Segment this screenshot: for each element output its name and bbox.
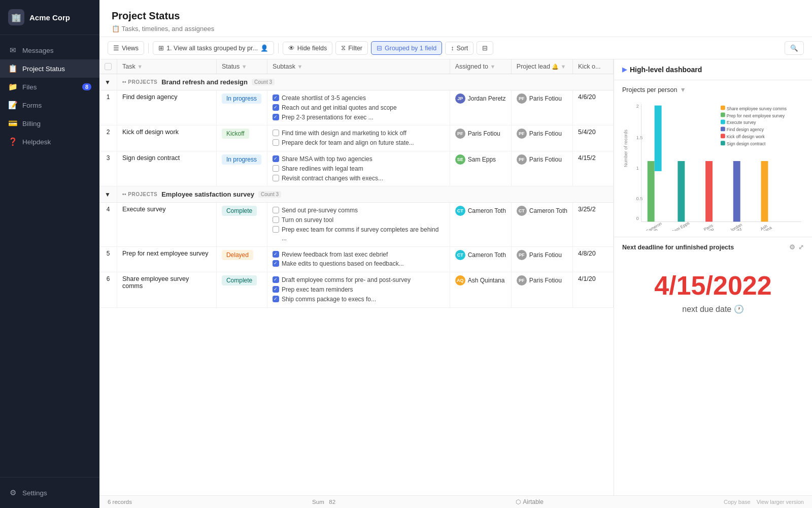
group-collapse[interactable]: ▼ <box>99 186 117 203</box>
filter-button[interactable]: ⧖ Filter <box>335 41 368 55</box>
content-area: Task ▼ Status ▼ Subtask ▼ Assigned to ▼ … <box>99 59 812 495</box>
group-collapse[interactable]: ▼ <box>99 74 117 90</box>
sort-button[interactable]: ↕ Sort <box>445 42 473 55</box>
subtask-item: Ship comms package to execs fo... <box>273 295 445 304</box>
subtask-checkbox[interactable] <box>273 94 279 101</box>
lead-avatar: PF <box>517 275 527 285</box>
sum-value: 82 <box>329 499 335 505</box>
sort-label: Sort <box>456 45 468 52</box>
sidebar-item-billing[interactable]: 💳 Billing <box>0 114 99 133</box>
group-button[interactable]: ⊟ Grouped by 1 field <box>371 41 442 55</box>
sidebar-item-messages[interactable]: ✉ Messages <box>0 41 99 59</box>
projects-tag: •• PROJECTS <box>122 192 157 197</box>
col-status[interactable]: Status ▼ <box>216 59 267 74</box>
col-task[interactable]: Task ▼ <box>117 59 217 74</box>
svg-rect-30 <box>721 126 725 131</box>
views-button[interactable]: ☰ Views <box>108 41 144 55</box>
copy-base-link[interactable]: Copy base <box>724 499 751 505</box>
lead-cell: PF Paris Fotiou <box>511 272 572 307</box>
deadline-title: Next deadline for unfinished projects <box>622 244 734 251</box>
col-lead[interactable]: Project lead 🔔 ▼ <box>511 59 572 74</box>
chart-section: Projects per person ▼ 2 1.5 1 0.5 0 <box>614 80 812 237</box>
sidebar-item-helpdesk[interactable]: ❓ Helpdesk <box>0 133 99 151</box>
table-body: ▼ •• PROJECTS Brand refresh and redesign… <box>99 74 614 308</box>
subtask-text: Find time with design and marketing to k… <box>282 129 407 138</box>
chart-title: Projects per person <box>622 86 677 93</box>
subtask-checkbox[interactable] <box>273 155 279 162</box>
task-cell[interactable]: Share employee survey comms <box>117 272 217 307</box>
subtask-text: Prepare deck for team and align on futur… <box>282 139 414 147</box>
subtask-checkbox[interactable] <box>273 260 279 267</box>
subtask-cell: Draft employee comms for pre- and post-s… <box>267 272 450 307</box>
checkbox-header[interactable] <box>99 59 117 74</box>
table-row: 5 Prep for next employee survey Delayed … <box>99 246 614 272</box>
search-button[interactable]: 🔍 <box>785 41 804 55</box>
sidebar-item-project-status[interactable]: 📋 Project Status <box>0 59 99 78</box>
assigned-avatar: JP <box>455 93 465 104</box>
views-icon: ☰ <box>113 44 119 52</box>
chevron-down-icon[interactable]: ▼ <box>680 86 686 93</box>
brand-name: Acme Corp <box>29 13 70 22</box>
sidebar-settings-section: ⚙ Settings <box>0 477 99 508</box>
subtask-item: Prep exec team reminders <box>273 285 445 295</box>
group-row[interactable]: ▼ •• PROJECTS Brand refresh and redesign… <box>99 74 614 90</box>
col-kick[interactable]: Kick o... <box>572 59 613 74</box>
settings-icon[interactable]: ⚙ <box>789 243 795 251</box>
col-assigned[interactable]: Assigned to ▼ <box>450 59 511 74</box>
col-subtask[interactable]: Subtask ▼ <box>267 59 450 74</box>
subtask-checkbox[interactable] <box>273 226 279 233</box>
sidebar-label-files: Files <box>22 83 37 91</box>
lead-cell: PF Paris Fotiou <box>511 90 572 125</box>
svg-rect-26 <box>721 113 725 117</box>
expand-icon[interactable]: ⤢ <box>798 243 804 251</box>
subtask-checkbox[interactable] <box>273 104 279 111</box>
assigned-avatar: SE <box>455 154 465 165</box>
view-selector-button[interactable]: ⊞ 1. View all tasks grouped by pr... 👤 <box>153 41 274 55</box>
svg-text:2: 2 <box>636 104 639 109</box>
task-cell[interactable]: Execute survey <box>117 203 217 246</box>
subtask-checkbox[interactable] <box>273 175 279 181</box>
kick-cell: 4/15/2 <box>572 151 613 186</box>
sidebar-item-settings[interactable]: ⚙ Settings <box>0 484 99 502</box>
lead-cell: CT Cameron Toth <box>511 203 572 246</box>
svg-text:1.5: 1.5 <box>636 135 642 140</box>
chart-title-row: Projects per person ▼ <box>622 86 804 93</box>
group-row[interactable]: ▼ •• PROJECTS Employee satisfaction surv… <box>99 186 614 203</box>
subtask-item: Share MSA with top two agencies <box>273 154 445 164</box>
sidebar-brand[interactable]: 🏢 Acme Corp <box>0 0 99 35</box>
subtask-checkbox[interactable] <box>273 207 279 213</box>
subtask-checkbox[interactable] <box>273 251 279 258</box>
task-cell[interactable]: Kick off design work <box>117 125 217 151</box>
subtask-item: Share redlines with legal team <box>273 164 445 174</box>
status-cell: In progress <box>216 151 267 186</box>
subtask-checkbox[interactable] <box>273 276 279 283</box>
subtask-checkbox[interactable] <box>273 130 279 136</box>
svg-rect-11 <box>705 161 713 221</box>
subtask-checkbox[interactable] <box>273 286 279 293</box>
sidebar-item-forms[interactable]: 📝 Forms <box>0 96 99 114</box>
lead-avatar: PF <box>517 250 527 260</box>
task-cell[interactable]: Find design agency <box>117 90 217 125</box>
svg-text:Share employee survey comms: Share employee survey comms <box>727 106 787 111</box>
subtask-checkbox[interactable] <box>273 216 279 223</box>
view-larger-link[interactable]: View larger version <box>757 499 804 505</box>
lead-cell: PF Paris Fotiou <box>511 151 572 186</box>
assigned-cell: JP Jordan Peretz <box>450 90 511 125</box>
svg-text:Execute survey: Execute survey <box>727 120 756 125</box>
hide-fields-button[interactable]: 👁 Hide fields <box>283 42 332 55</box>
subtask-checkbox[interactable] <box>273 296 279 302</box>
filter-icon: ⧖ <box>341 44 346 52</box>
subtask-checkbox[interactable] <box>273 139 279 146</box>
table-area[interactable]: Task ▼ Status ▼ Subtask ▼ Assigned to ▼ … <box>99 59 614 495</box>
subtask-checkbox[interactable] <box>273 114 279 120</box>
subtask-checkbox[interactable] <box>273 165 279 172</box>
status-badge: In progress <box>222 154 261 165</box>
task-cell[interactable]: Prep for next employee survey <box>117 246 217 272</box>
lead-name: Paris Fotiou <box>529 156 562 163</box>
chart-button[interactable]: ⊟ <box>477 41 493 55</box>
svg-text:Kick off design work: Kick off design work <box>727 134 765 139</box>
gear-icon: ⚙ <box>8 488 17 497</box>
task-cell[interactable]: Sign design contract <box>117 151 217 186</box>
subtask-text: Prep exec team reminders <box>282 285 353 294</box>
sidebar-item-files[interactable]: 📁 Files 8 <box>0 78 99 96</box>
